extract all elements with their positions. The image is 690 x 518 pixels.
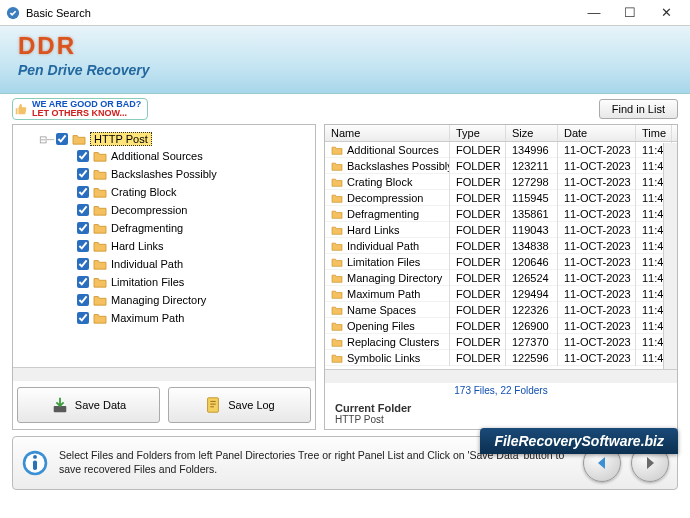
cell-type: FOLDER [450,190,506,206]
cell-name[interactable]: Limitation Files [325,254,450,270]
cell-name[interactable]: Opening Files [325,318,450,334]
cell-name[interactable]: Maximum Path [325,286,450,302]
tree-checkbox[interactable] [77,204,89,216]
tree-node[interactable]: Backslashes Possibly [75,165,311,183]
tree-checkbox[interactable] [77,186,89,198]
save-data-button[interactable]: Save Data [17,387,160,423]
tree-node-label[interactable]: Managing Directory [111,294,206,306]
col-header-time[interactable]: Time [636,125,672,141]
cell-name[interactable]: Crating Block [325,174,450,190]
directory-tree[interactable]: ⊟─HTTP PostAdditional SourcesBackslashes… [13,125,315,367]
cell-name[interactable]: Managing Directory [325,270,450,286]
tree-checkbox[interactable] [77,150,89,162]
tree-node[interactable]: Crating Block [75,183,311,201]
tree-node[interactable]: Limitation Files [75,273,311,291]
cell-name[interactable]: Additional Sources [325,142,450,158]
maximize-button[interactable]: ☐ [612,2,648,24]
grid-row[interactable]: Crating BlockFOLDER12729811-OCT-202311:4… [325,174,677,190]
col-header-name[interactable]: Name [325,125,450,141]
grid-row[interactable]: Managing DirectoryFOLDER12652411-OCT-202… [325,270,677,286]
grid-row[interactable]: Additional SourcesFOLDER13499611-OCT-202… [325,142,677,158]
tree-checkbox[interactable] [77,276,89,288]
svg-point-5 [33,455,37,459]
col-header-type[interactable]: Type [450,125,506,141]
cell-date: 11-OCT-2023 [558,350,636,366]
folder-icon [331,305,343,315]
save-data-icon [51,396,69,414]
cell-name[interactable]: Name Spaces [325,302,450,318]
tree-node-label[interactable]: Limitation Files [111,276,184,288]
cell-name[interactable]: Defragmenting [325,206,450,222]
cell-name[interactable]: Symbolic Links [325,350,450,366]
tree-node[interactable]: Maximum Path [75,309,311,327]
tree-node-label[interactable]: Decompression [111,204,187,216]
tree-checkbox[interactable] [77,312,89,324]
arrow-left-icon [594,455,610,471]
tree-node-label[interactable]: Hard Links [111,240,164,252]
promo-line2: LET OTHERS KNOW... [32,109,141,118]
tree-node-label[interactable]: Defragmenting [111,222,183,234]
tree-checkbox[interactable] [77,240,89,252]
tree-node[interactable]: Individual Path [75,255,311,273]
grid-row[interactable]: Symbolic LinksFOLDER12259611-OCT-202311:… [325,350,677,366]
cell-date: 11-OCT-2023 [558,206,636,222]
close-button[interactable]: ✕ [648,2,684,24]
cell-date: 11-OCT-2023 [558,174,636,190]
col-header-date[interactable]: Date [558,125,636,141]
tree-checkbox[interactable] [77,168,89,180]
find-in-list-button[interactable]: Find in List [599,99,678,119]
save-log-button[interactable]: Save Log [168,387,311,423]
tree-root-node[interactable]: ⊟─HTTP Post [37,131,311,147]
cell-type: FOLDER [450,350,506,366]
info-icon [21,449,49,477]
grid-row[interactable]: Maximum PathFOLDER12949411-OCT-202311:45 [325,286,677,302]
file-grid[interactable]: Name Type Size Date Time Additional Sour… [325,125,677,369]
tree-checkbox[interactable] [77,222,89,234]
tree-node[interactable]: Managing Directory [75,291,311,309]
save-log-label: Save Log [228,399,274,411]
promo-badge[interactable]: WE ARE GOOD OR BAD? LET OTHERS KNOW... [12,98,148,121]
folder-icon [331,225,343,235]
folder-icon [93,294,107,306]
grid-header[interactable]: Name Type Size Date Time [325,125,677,142]
grid-row[interactable]: Hard LinksFOLDER11904311-OCT-202311:45 [325,222,677,238]
col-header-size[interactable]: Size [506,125,558,141]
tree-node[interactable]: Defragmenting [75,219,311,237]
folder-icon [331,209,343,219]
tree-node[interactable]: Additional Sources [75,147,311,165]
grid-row[interactable]: DecompressionFOLDER11594511-OCT-202311:4… [325,190,677,206]
tree-root-label[interactable]: HTTP Post [90,132,152,146]
grid-row[interactable]: Backslashes PossiblyFOLDER12321111-OCT-2… [325,158,677,174]
grid-row[interactable]: Name SpacesFOLDER12232611-OCT-202311:45 [325,302,677,318]
cell-name[interactable]: Backslashes Possibly [325,158,450,174]
save-data-label: Save Data [75,399,126,411]
tree-node-label[interactable]: Individual Path [111,258,183,270]
cell-name[interactable]: Decompression [325,190,450,206]
tree-node-label[interactable]: Maximum Path [111,312,184,324]
grid-vertical-scrollbar[interactable] [663,143,677,369]
cell-type: FOLDER [450,158,506,174]
cell-date: 11-OCT-2023 [558,238,636,254]
tree-node-label[interactable]: Additional Sources [111,150,203,162]
current-folder-value: HTTP Post [335,414,667,425]
tree-node[interactable]: Decompression [75,201,311,219]
cell-name[interactable]: Replacing Clusters [325,334,450,350]
tree-horizontal-scrollbar[interactable] [13,367,315,381]
tree-node-label[interactable]: Backslashes Possibly [111,168,217,180]
grid-row[interactable]: Replacing ClustersFOLDER12737011-OCT-202… [325,334,677,350]
grid-row[interactable]: Individual PathFOLDER13483811-OCT-202311… [325,238,677,254]
tree-node[interactable]: Hard Links [75,237,311,255]
grid-row[interactable]: Limitation FilesFOLDER12064611-OCT-20231… [325,254,677,270]
tree-checkbox[interactable] [56,133,68,145]
cell-name[interactable]: Hard Links [325,222,450,238]
cell-size: 127298 [506,174,558,190]
minimize-button[interactable]: — [576,2,612,24]
cell-name[interactable]: Individual Path [325,238,450,254]
tree-checkbox[interactable] [77,294,89,306]
grid-row[interactable]: Opening FilesFOLDER12690011-OCT-202311:4… [325,318,677,334]
grid-horizontal-scrollbar[interactable] [325,369,677,383]
tree-node-label[interactable]: Crating Block [111,186,176,198]
grid-row[interactable]: DefragmentingFOLDER13586111-OCT-202311:4… [325,206,677,222]
tree-checkbox[interactable] [77,258,89,270]
cell-type: FOLDER [450,286,506,302]
